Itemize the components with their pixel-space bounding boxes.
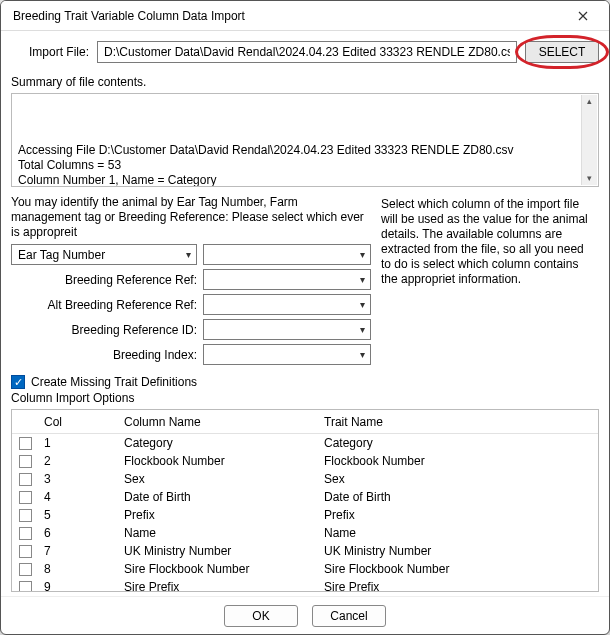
select-button-wrap: SELECT xyxy=(525,41,599,63)
cell-trait-name: Sire Flockbook Number xyxy=(318,562,598,576)
titlebar: Breeding Trait Variable Column Data Impo… xyxy=(1,1,609,31)
cell-col: 5 xyxy=(38,508,118,522)
mapping-row: Breeding Index:▾ xyxy=(11,344,371,365)
table-row[interactable]: 6NameName xyxy=(12,524,598,542)
cell-trait-name: Prefix xyxy=(318,508,598,522)
close-icon xyxy=(578,11,588,21)
identify-hint: You may identify the animal by Ear Tag N… xyxy=(11,195,371,240)
cell-col: 9 xyxy=(38,580,118,592)
mapping-combo[interactable]: ▾ xyxy=(203,269,371,290)
import-label: Import File: xyxy=(11,45,89,59)
column-select-hint: Select which column of the import file w… xyxy=(381,195,599,369)
row-checkbox[interactable] xyxy=(19,473,32,486)
summary-label: Summary of file contents. xyxy=(11,75,599,89)
chevron-down-icon: ▾ xyxy=(183,249,194,260)
cell-column-name: Prefix xyxy=(118,508,318,522)
cell-trait-name: Sex xyxy=(318,472,598,486)
dialog-footer: OK Cancel xyxy=(1,596,609,634)
cell-col: 3 xyxy=(38,472,118,486)
close-button[interactable] xyxy=(565,5,601,27)
table-row[interactable]: 9Sire PrefixSire Prefix xyxy=(12,578,598,592)
scroll-up-icon[interactable]: ▴ xyxy=(584,96,595,107)
ok-button[interactable]: OK xyxy=(224,605,298,627)
cell-column-name: UK Ministry Number xyxy=(118,544,318,558)
table-row[interactable]: 2Flockbook NumberFlockbook Number xyxy=(12,452,598,470)
cell-trait-name: Name xyxy=(318,526,598,540)
mapping-combo[interactable]: ▾ xyxy=(203,344,371,365)
cell-trait-name: Date of Birth xyxy=(318,490,598,504)
table-row[interactable]: 1CategoryCategory xyxy=(12,434,598,452)
cell-column-name: Category xyxy=(118,436,318,450)
chevron-down-icon: ▾ xyxy=(357,349,368,360)
cell-column-name: Date of Birth xyxy=(118,490,318,504)
table-header: Col Column Name Trait Name xyxy=(12,410,598,434)
mapping-label: Alt Breeding Reference Ref: xyxy=(11,298,197,312)
row-checkbox[interactable] xyxy=(19,437,32,450)
cell-col: 7 xyxy=(38,544,118,558)
table-row[interactable]: 5PrefixPrefix xyxy=(12,506,598,524)
window-title: Breeding Trait Variable Column Data Impo… xyxy=(13,9,565,23)
mapping-combo[interactable]: ▾ xyxy=(203,294,371,315)
column-import-options-label: Column Import Options xyxy=(11,391,599,405)
row-checkbox[interactable] xyxy=(19,545,32,558)
mapping-row: Breeding Reference Ref:▾ xyxy=(11,269,371,290)
select-button[interactable]: SELECT xyxy=(525,41,599,63)
header-column-name[interactable]: Column Name xyxy=(118,415,318,429)
table-row[interactable]: 8Sire Flockbook NumberSire Flockbook Num… xyxy=(12,560,598,578)
row-checkbox[interactable] xyxy=(19,455,32,468)
chevron-down-icon: ▾ xyxy=(357,274,368,285)
cell-column-name: Name xyxy=(118,526,318,540)
header-col[interactable]: Col xyxy=(38,415,118,429)
mapping-label: Breeding Reference Ref: xyxy=(11,273,197,287)
chevron-down-icon: ▾ xyxy=(357,324,368,335)
summary-text: Accessing File D:\Customer Data\David Re… xyxy=(18,143,514,187)
cell-trait-name: UK Ministry Number xyxy=(318,544,598,558)
id-mode-combo[interactable]: Ear Tag Number ▾ xyxy=(11,244,197,265)
row-checkbox[interactable] xyxy=(19,491,32,504)
id-mode-column-combo[interactable]: ▾ xyxy=(203,244,371,265)
dialog-window: Breeding Trait Variable Column Data Impo… xyxy=(0,0,610,635)
scroll-down-icon[interactable]: ▾ xyxy=(584,173,595,184)
table-row[interactable]: 3SexSex xyxy=(12,470,598,488)
mapping-label: Breeding Reference ID: xyxy=(11,323,197,337)
cell-trait-name: Flockbook Number xyxy=(318,454,598,468)
cell-col: 8 xyxy=(38,562,118,576)
table-row[interactable]: 7UK Ministry NumberUK Ministry Number xyxy=(12,542,598,560)
import-row: Import File: SELECT xyxy=(11,41,599,63)
cell-trait-name: Category xyxy=(318,436,598,450)
import-path-input[interactable] xyxy=(97,41,517,63)
mapping-combo[interactable]: ▾ xyxy=(203,319,371,340)
mapping-row: Breeding Reference ID:▾ xyxy=(11,319,371,340)
mapping-label: Breeding Index: xyxy=(11,348,197,362)
cell-column-name: Sire Flockbook Number xyxy=(118,562,318,576)
table-row[interactable]: 4Date of BirthDate of Birth xyxy=(12,488,598,506)
cell-col: 4 xyxy=(38,490,118,504)
chevron-down-icon: ▾ xyxy=(357,249,368,260)
row-checkbox[interactable] xyxy=(19,581,32,593)
summary-box[interactable]: ▴ ▾ Accessing File D:\Customer Data\Davi… xyxy=(11,93,599,187)
cell-column-name: Sex xyxy=(118,472,318,486)
id-mode-value: Ear Tag Number xyxy=(18,248,105,262)
row-checkbox[interactable] xyxy=(19,527,32,540)
row-checkbox[interactable] xyxy=(19,563,32,576)
columns-table: Col Column Name Trait Name 1CategoryCate… xyxy=(11,409,599,592)
cell-trait-name: Sire Prefix xyxy=(318,580,598,592)
cancel-button[interactable]: Cancel xyxy=(312,605,386,627)
create-missing-row[interactable]: ✓ Create Missing Trait Definitions xyxy=(11,375,599,389)
chevron-down-icon: ▾ xyxy=(357,299,368,310)
cell-col: 6 xyxy=(38,526,118,540)
cell-col: 2 xyxy=(38,454,118,468)
cell-col: 1 xyxy=(38,436,118,450)
mapping-row: Alt Breeding Reference Ref:▾ xyxy=(11,294,371,315)
cell-column-name: Sire Prefix xyxy=(118,580,318,592)
create-missing-checkbox[interactable]: ✓ xyxy=(11,375,25,389)
create-missing-label: Create Missing Trait Definitions xyxy=(31,375,197,389)
header-trait-name[interactable]: Trait Name xyxy=(318,415,598,429)
cell-column-name: Flockbook Number xyxy=(118,454,318,468)
row-checkbox[interactable] xyxy=(19,509,32,522)
